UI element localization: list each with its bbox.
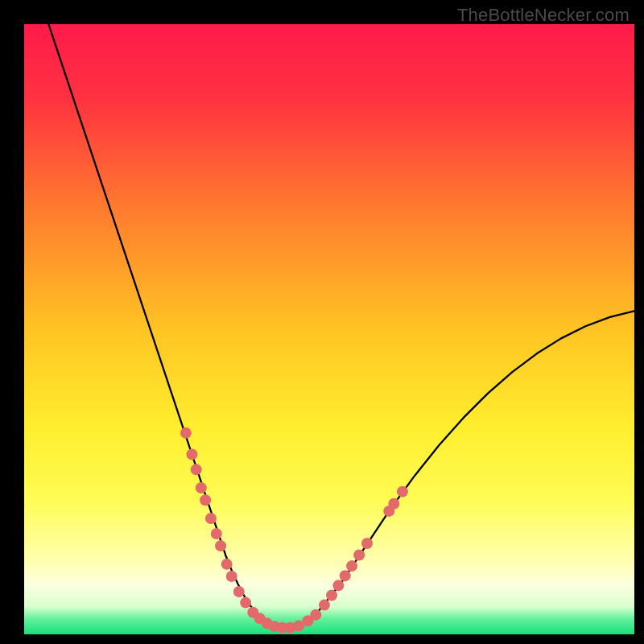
chart-canvas bbox=[24, 24, 634, 634]
plot-area bbox=[24, 24, 634, 634]
watermark-label: TheBottleNecker.com bbox=[457, 5, 630, 26]
chart-frame: TheBottleNecker.com bbox=[0, 0, 644, 644]
